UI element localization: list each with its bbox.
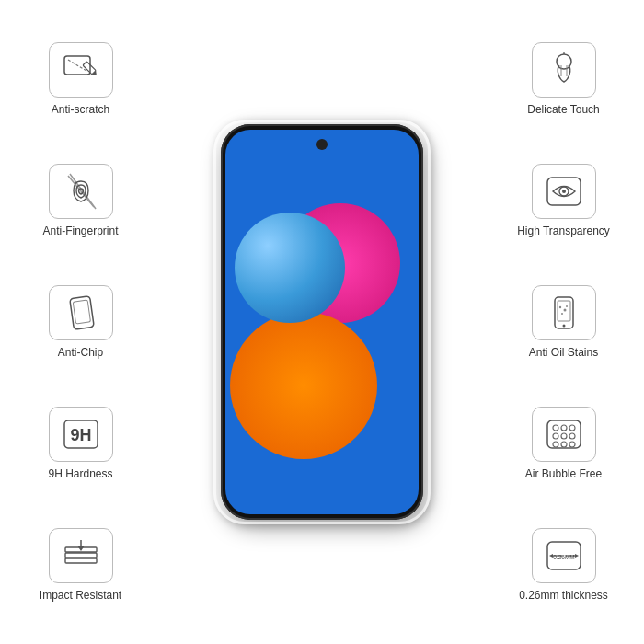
phone-mockup: [221, 124, 423, 520]
svg-rect-2: [83, 62, 96, 75]
high-transparency-label: High Transparency: [517, 224, 610, 237]
svg-point-26: [563, 309, 566, 312]
thickness-icon-box: 0.26MM: [532, 528, 596, 583]
9h-hardness-icon-box: 9H: [49, 407, 113, 462]
feature-anti-scratch: Anti-scratch: [9, 42, 152, 116]
feature-anti-chip: Anti-Chip: [9, 285, 152, 359]
svg-point-38: [569, 442, 575, 447]
thickness-label: 0.26mm thickness: [519, 589, 608, 602]
air-bubble-free-label: Air Bubble Free: [525, 467, 602, 480]
svg-line-1: [68, 60, 86, 71]
svg-point-27: [561, 313, 563, 315]
delicate-touch-icon-box: [532, 42, 596, 98]
chip-icon: [61, 295, 101, 330]
touch-icon: [544, 52, 584, 87]
svg-point-32: [569, 425, 575, 431]
bubbles-icon: [544, 417, 584, 452]
feature-high-transparency: High Transparency: [492, 164, 635, 237]
anti-chip-icon-box: [49, 285, 113, 340]
feature-anti-oil-stains: Anti Oil Stains: [492, 285, 635, 359]
svg-marker-3: [91, 71, 98, 77]
scratch-icon: [61, 52, 101, 87]
feature-delicate-touch: Delicate Touch: [492, 42, 635, 116]
svg-marker-43: [575, 554, 579, 558]
svg-point-37: [561, 442, 567, 447]
svg-point-21: [562, 190, 566, 193]
anti-fingerprint-label: Anti-Fingerprint: [42, 224, 118, 237]
svg-point-25: [558, 306, 560, 308]
svg-rect-7: [73, 300, 90, 324]
svg-text:0.26MM: 0.26MM: [553, 554, 574, 560]
thickness-icon: 0.26MM: [544, 538, 584, 573]
svg-point-36: [553, 442, 558, 447]
anti-oil-stains-label: Anti Oil Stains: [529, 346, 598, 359]
main-container: Anti-scratch Anti-Fingerprint: [0, 0, 644, 644]
impact-resistant-icon-box: [49, 528, 113, 583]
svg-rect-11: [65, 553, 97, 558]
phone-stains-icon: [544, 295, 584, 330]
svg-point-34: [561, 433, 567, 439]
svg-point-35: [569, 433, 575, 439]
features-right: Delicate Touch High Transparency: [492, 0, 635, 644]
phone-camera: [316, 139, 328, 150]
anti-oil-stains-icon-box: [532, 285, 596, 340]
feature-9h-hardness: 9H 9H Hardness: [9, 407, 152, 480]
anti-scratch-label: Anti-scratch: [52, 103, 109, 116]
anti-fingerprint-icon-box: [49, 164, 113, 219]
air-bubble-free-icon-box: [532, 407, 596, 462]
eye-icon: [544, 174, 584, 209]
9h-hardness-label: 9H Hardness: [48, 467, 112, 480]
fingerprint-icon: [61, 174, 101, 209]
feature-impact-resistant: Impact Resistant: [9, 528, 152, 602]
anti-scratch-icon-box: [49, 42, 113, 98]
svg-point-30: [553, 425, 558, 431]
anti-chip-label: Anti-Chip: [58, 346, 103, 359]
svg-rect-10: [65, 558, 97, 563]
svg-text:9H: 9H: [70, 426, 91, 444]
phone-screen: [225, 130, 419, 514]
feature-anti-fingerprint: Anti-Fingerprint: [9, 164, 152, 237]
delicate-touch-label: Delicate Touch: [527, 103, 600, 116]
feature-thickness: 0.26MM 0.26mm thickness: [492, 528, 635, 602]
svg-point-28: [566, 305, 568, 307]
svg-marker-14: [77, 546, 85, 551]
high-transparency-icon-box: [532, 164, 596, 219]
svg-line-4: [68, 176, 94, 207]
wallpaper-blue-circle: [235, 213, 345, 323]
svg-point-31: [561, 425, 567, 431]
feature-air-bubble-free: Air Bubble Free: [492, 407, 635, 480]
impact-resistant-label: Impact Resistant: [40, 589, 121, 602]
9h-icon: 9H: [61, 417, 101, 452]
impact-icon: [61, 538, 101, 573]
features-left: Anti-scratch Anti-Fingerprint: [9, 0, 152, 644]
phone-body: [221, 124, 423, 520]
svg-point-24: [562, 325, 565, 328]
svg-point-33: [553, 433, 558, 439]
